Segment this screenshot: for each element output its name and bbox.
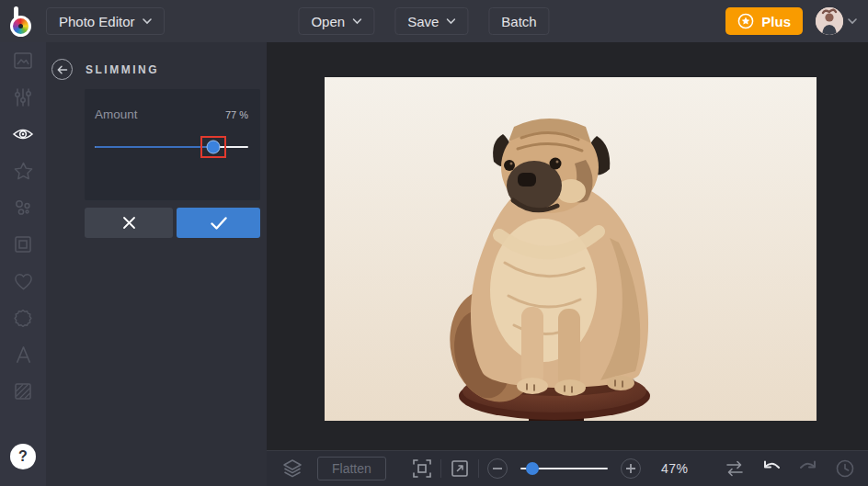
help-button[interactable]: ? <box>10 444 36 469</box>
panel-title: SLIMMING <box>86 63 159 76</box>
fullscreen-preview-icon[interactable] <box>450 458 470 479</box>
amount-row: Amount 77 % <box>95 107 248 121</box>
zoom-in-button[interactable] <box>621 458 641 479</box>
sliders-icon <box>13 87 33 107</box>
history-controls <box>725 451 855 486</box>
arrow-left-icon <box>57 65 68 74</box>
star-icon <box>13 161 34 182</box>
cancel-button[interactable] <box>85 208 173 238</box>
chevron-down-icon <box>446 18 455 25</box>
pug-photo <box>325 77 817 421</box>
open-button[interactable]: Open <box>298 7 374 35</box>
fit-to-screen-icon[interactable] <box>412 458 432 479</box>
batch-label: Batch <box>501 14 536 29</box>
tool-rail: ? <box>0 42 46 486</box>
save-label: Save <box>407 14 439 29</box>
app-menu-button[interactable]: Photo Editor <box>46 7 165 35</box>
layers-group: Flatten <box>281 451 386 486</box>
badge-icon <box>13 308 33 328</box>
letter-a-icon <box>13 345 34 366</box>
zoom-percentage: 47% <box>661 461 689 476</box>
logo-color-wheel-icon <box>10 16 31 37</box>
confirm-buttons <box>85 208 260 238</box>
workspace <box>267 42 868 450</box>
chevron-down-icon <box>848 18 857 25</box>
avatar <box>816 7 843 35</box>
zoom-controls: 47% <box>412 451 689 486</box>
open-label: Open <box>311 14 345 29</box>
app-menu-label: Photo Editor <box>59 14 135 29</box>
sidebar-item-artsy[interactable] <box>0 189 46 226</box>
bottom-bar: Flatten <box>267 450 868 486</box>
zoom-slider[interactable] <box>520 461 608 476</box>
help-label: ? <box>18 448 28 465</box>
top-bar: Photo Editor Open Save Batch Plus <box>0 0 868 42</box>
compare-icon[interactable] <box>725 459 745 478</box>
close-icon <box>122 216 136 230</box>
chevron-down-icon <box>352 18 361 25</box>
amount-value: 77 % <box>225 109 248 120</box>
photo-editor-app: Photo Editor Open Save Batch Plus <box>0 0 868 486</box>
slimming-panel: SLIMMING Amount 77 % <box>46 42 267 486</box>
plus-upgrade-button[interactable]: Plus <box>725 7 803 35</box>
top-bar-right: Plus <box>725 7 857 35</box>
separator <box>478 459 479 478</box>
save-button[interactable]: Save <box>394 7 468 35</box>
redo-icon[interactable] <box>798 459 818 478</box>
zoom-slider-handle[interactable] <box>526 462 539 475</box>
sidebar-item-effects[interactable] <box>0 153 46 189</box>
sidebar-item-text[interactable] <box>0 336 46 373</box>
undo-icon[interactable] <box>761 459 782 478</box>
heart-icon <box>13 271 34 292</box>
chevron-down-icon <box>143 18 152 25</box>
batch-button[interactable]: Batch <box>488 7 549 35</box>
bubbles-icon <box>13 198 33 218</box>
zoom-out-button[interactable] <box>487 458 508 479</box>
separator <box>440 459 441 478</box>
checkmark-icon <box>211 217 227 230</box>
sidebar-item-overlays[interactable] <box>0 300 46 336</box>
sidebar-item-touch-up[interactable] <box>0 116 46 153</box>
layers-icon[interactable] <box>281 458 303 479</box>
sidebar-item-adjust[interactable] <box>0 79 46 116</box>
sidebar-item-graphics[interactable] <box>0 263 46 300</box>
frame-icon <box>13 234 33 254</box>
history-clock-icon[interactable] <box>835 458 855 479</box>
file-actions: Open Save Batch <box>298 7 549 35</box>
sidebar-item-textures[interactable] <box>0 373 46 410</box>
account-menu[interactable] <box>816 7 857 35</box>
amount-slider[interactable] <box>95 140 248 154</box>
star-circle-icon <box>737 13 754 29</box>
eye-icon <box>12 123 34 145</box>
texture-icon <box>13 381 33 401</box>
befunky-logo[interactable] <box>9 6 37 37</box>
slider-handle[interactable] <box>206 141 220 154</box>
flatten-button[interactable]: Flatten <box>317 457 386 480</box>
image-icon <box>13 51 33 71</box>
slider-fill <box>95 146 213 148</box>
photo-canvas[interactable] <box>325 77 817 421</box>
apply-button[interactable] <box>177 208 260 238</box>
plus-label: Plus <box>761 14 791 29</box>
panel-header: SLIMMING <box>46 42 267 91</box>
amount-label: Amount <box>95 107 138 121</box>
amount-card: Amount 77 % <box>85 89 260 200</box>
back-button[interactable] <box>51 59 73 80</box>
sidebar-item-frames[interactable] <box>0 226 46 263</box>
sidebar-item-edit[interactable] <box>0 42 46 79</box>
